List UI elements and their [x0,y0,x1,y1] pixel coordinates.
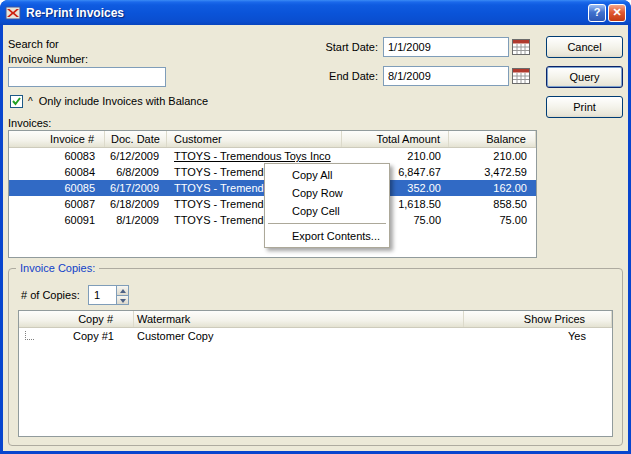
cell-watermark: Customer Copy [134,328,464,344]
invoice-copies-group-label: Invoice Copies: [16,262,99,274]
invoices-section-label: Invoices: [8,117,51,129]
app-icon [5,5,21,21]
cell-copy-number: Copy #1 [19,328,134,344]
menu-item-copy-cell[interactable]: Copy Cell [266,202,388,220]
title-bar[interactable]: Re-Print Invoices ? ✕ [0,0,631,25]
cell-invoice: 60084 [9,164,105,180]
balance-filter-label: Only include Invoices with Balance [39,95,208,107]
copies-table-header: Copy # Watermark Show Prices [19,311,612,328]
cell-balance: 162.00 [449,180,536,196]
col-show-prices[interactable]: Show Prices [464,311,612,327]
end-date-input[interactable] [383,66,509,86]
col-customer[interactable]: Customer [167,131,342,147]
end-date-calendar-icon[interactable] [512,68,530,84]
col-copy-number[interactable]: Copy # [19,311,134,327]
cell-invoice: 60087 [9,196,105,212]
cell-date: 8/1/2009 [105,212,167,228]
spin-up-icon[interactable] [116,285,129,296]
copy-row[interactable]: Copy #1 Customer Copy Yes [19,328,612,344]
reprint-invoices-window: Re-Print Invoices ? ✕ Search for Invoice… [0,0,631,454]
num-copies-input[interactable] [88,285,116,305]
help-button[interactable]: ? [588,4,606,22]
cell-customer: TTOYS - Tremendous Toys Inco [167,148,342,164]
close-button[interactable]: ✕ [608,4,626,22]
menu-item-copy-row[interactable]: Copy Row [266,184,388,202]
num-copies-label: # of Copies: [21,289,80,301]
search-for-label: Search for [8,38,59,50]
invoice-copies-table: Copy # Watermark Show Prices Copy #1 Cus… [18,310,613,437]
checkbox-checked-icon[interactable] [10,95,23,108]
cell-balance: 210.00 [449,148,536,164]
start-date-label: Start Date: [298,41,378,53]
invoice-row[interactable]: 60083 6/12/2009 TTOYS - Tremendous Toys … [9,148,536,164]
cell-balance: 3,472.59 [449,164,536,180]
menu-separator [268,223,386,224]
print-button[interactable]: Print [546,96,623,118]
end-date-label: End Date: [298,70,378,82]
cell-total: 210.00 [342,148,449,164]
cell-date: 6/17/2009 [105,180,167,196]
cell-show-prices: Yes [464,328,612,344]
cell-balance: 858.50 [449,196,536,212]
tree-node-connector [25,331,34,340]
col-balance[interactable]: Balance [449,131,536,147]
balance-filter-checkbox[interactable]: ^ Only include Invoices with Balance [10,94,208,108]
col-watermark[interactable]: Watermark [134,311,464,327]
query-button[interactable]: Query [546,66,623,88]
caret-mark: ^ [28,96,33,107]
window-title: Re-Print Invoices [26,6,586,20]
cell-invoice: 60091 [9,212,105,228]
dialog-body: Search for Invoice Number: Start Date: E… [3,25,628,451]
col-doc-date[interactable]: Doc. Date [105,131,167,147]
cell-balance: 75.00 [449,212,536,228]
spin-down-icon[interactable] [116,296,129,306]
col-total-amount[interactable]: Total Amount [342,131,449,147]
cancel-button[interactable]: Cancel [546,36,623,58]
col-invoice-number[interactable]: Invoice # [9,131,105,147]
cell-date: 6/8/2009 [105,164,167,180]
context-menu: Copy All Copy Row Copy Cell Export Conte… [264,163,390,248]
start-date-calendar-icon[interactable] [512,39,530,55]
menu-item-export-contents[interactable]: Export Contents... [266,227,388,245]
cell-date: 6/12/2009 [105,148,167,164]
cell-date: 6/18/2009 [105,196,167,212]
menu-item-copy-all[interactable]: Copy All [266,166,388,184]
invoice-number-input[interactable] [8,67,166,87]
start-date-input[interactable] [383,37,509,57]
cell-invoice: 60085 [9,180,105,196]
invoice-number-label: Invoice Number: [8,53,88,65]
cell-invoice: 60083 [9,148,105,164]
num-copies-stepper [88,285,129,305]
invoices-table-header: Invoice # Doc. Date Customer Total Amoun… [9,131,536,148]
